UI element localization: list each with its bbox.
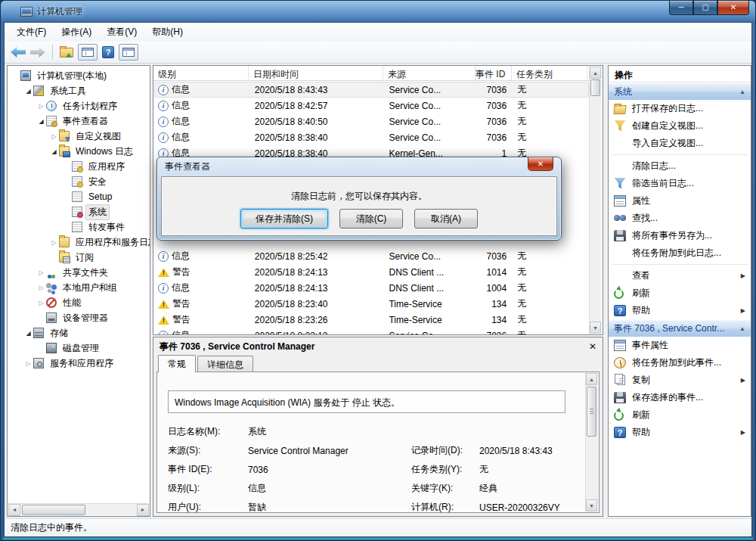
- detail-close-icon[interactable]: ✕: [589, 341, 596, 352]
- column-header[interactable]: 事件 ID: [476, 66, 512, 80]
- tree-item[interactable]: ▷应用程序和服务日志: [8, 235, 150, 250]
- menu-view[interactable]: 查看(V): [99, 23, 144, 41]
- scrollbar-thumb[interactable]: [590, 79, 600, 96]
- action-item[interactable]: 创建自定义视图...: [609, 117, 751, 135]
- scroll-right-icon[interactable]: ►: [137, 504, 149, 516]
- dialog-button[interactable]: 保存并清除(S): [240, 209, 328, 229]
- action-item[interactable]: 查看▶: [609, 267, 751, 284]
- action-pane-toggle-button[interactable]: [119, 44, 138, 61]
- tree-item[interactable]: 系统: [8, 204, 150, 219]
- tree-item[interactable]: ▷任务计划程序: [8, 98, 150, 113]
- expander-open-icon[interactable]: ◢: [36, 118, 46, 125]
- scroll-down-icon[interactable]: ▼: [590, 322, 601, 334]
- scroll-up-icon[interactable]: ▲: [586, 373, 597, 385]
- expander-closed-icon[interactable]: ▷: [23, 360, 33, 367]
- event-row[interactable]: 信息2020/5/18 8:43:43Service Co...7036无: [154, 82, 589, 98]
- action-item[interactable]: 查找...: [609, 210, 751, 227]
- expander-closed-icon[interactable]: ▷: [36, 103, 46, 110]
- event-row[interactable]: 信息2020/5/18 8:23:12Service Co...7036无: [154, 328, 589, 335]
- expander-open-icon[interactable]: ◢: [23, 330, 33, 337]
- event-row[interactable]: 信息2020/5/18 8:40:50Service Co...7036无: [154, 113, 589, 129]
- action-item[interactable]: 刷新: [609, 284, 751, 302]
- tree-item[interactable]: ▷性能: [8, 295, 150, 310]
- tab-general[interactable]: 常规: [158, 355, 196, 372]
- action-item[interactable]: 帮助▶: [609, 302, 751, 319]
- menu-help[interactable]: 帮助(H): [144, 23, 191, 41]
- event-list-scrollbar[interactable]: ▲ ▼: [589, 67, 602, 334]
- export-folder-icon[interactable]: [60, 48, 73, 58]
- action-section-header[interactable]: 系统▲: [609, 83, 751, 100]
- tree-item[interactable]: 磁盘管理: [8, 340, 150, 356]
- action-item[interactable]: 将任务附加到此日志...: [609, 244, 751, 262]
- action-section-header[interactable]: 事件 7036 , Service Contr...▲: [609, 320, 751, 337]
- event-row[interactable]: 信息2020/5/18 8:25:42Service Co...7036无: [154, 248, 589, 264]
- action-item[interactable]: 帮助▶: [609, 424, 751, 441]
- back-icon[interactable]: [11, 47, 26, 58]
- expander-closed-icon[interactable]: ▷: [49, 239, 59, 246]
- expander-closed-icon[interactable]: ▷: [36, 269, 46, 276]
- maximize-button[interactable]: ▢: [693, 1, 717, 15]
- tree-horizontal-scrollbar[interactable]: ◄ ►: [8, 503, 149, 515]
- dialog-button[interactable]: 清除(C): [339, 209, 403, 229]
- scroll-up-icon[interactable]: ▲: [590, 67, 601, 79]
- action-item[interactable]: 保存选择的事件...: [609, 389, 751, 406]
- tree-item[interactable]: ◢系统工具: [8, 83, 150, 98]
- action-item[interactable]: 事件属性: [609, 337, 751, 354]
- expander-closed-icon[interactable]: ▷: [36, 284, 46, 291]
- column-header[interactable]: 任务类别: [512, 66, 587, 80]
- close-button[interactable]: ✕: [717, 1, 749, 15]
- collapse-icon[interactable]: ▲: [739, 325, 745, 332]
- tree-item[interactable]: 计算机管理(本地): [8, 68, 150, 83]
- event-row[interactable]: 信息2020/5/18 8:24:13DNS Client ...1004无: [154, 280, 589, 296]
- event-row[interactable]: 信息2020/5/18 8:42:57Service Co...7036无: [154, 98, 589, 113]
- tree-item[interactable]: 设备管理器: [8, 310, 150, 325]
- event-row[interactable]: 警告2020/5/18 8:24:13DNS Client ...1014无: [154, 264, 589, 280]
- expander-closed-icon[interactable]: ▷: [36, 300, 46, 306]
- tree-item[interactable]: ◢事件查看器: [8, 113, 150, 129]
- dialog-button[interactable]: 取消(A): [414, 209, 478, 229]
- action-item[interactable]: 复制▶: [609, 372, 751, 389]
- column-header[interactable]: 日期和时间: [249, 66, 383, 80]
- action-item[interactable]: 清除日志...: [609, 157, 751, 175]
- forward-icon[interactable]: [30, 47, 45, 58]
- action-item[interactable]: 打开保存的日志...: [609, 100, 751, 117]
- menu-file[interactable]: 文件(F): [9, 23, 54, 41]
- help-icon[interactable]: [102, 46, 114, 58]
- expander-open-icon[interactable]: ◢: [49, 148, 59, 155]
- scroll-left-icon[interactable]: ◄: [8, 504, 20, 516]
- scroll-down-icon[interactable]: ▼: [586, 499, 597, 511]
- tree-item[interactable]: 订阅: [8, 250, 150, 265]
- tree-item[interactable]: ◢Windows 日志: [8, 144, 150, 159]
- action-item[interactable]: 属性: [609, 192, 751, 210]
- expander-open-icon[interactable]: ◢: [23, 88, 33, 95]
- tree-item[interactable]: Setup: [8, 189, 150, 204]
- action-item[interactable]: 刷新: [609, 406, 751, 424]
- action-item[interactable]: 筛选当前日志...: [609, 175, 751, 192]
- collapse-icon[interactable]: ▲: [739, 89, 745, 95]
- tree-item[interactable]: ▷自定义视图: [8, 129, 150, 144]
- action-item[interactable]: 将任务附加到此事件...: [609, 354, 751, 372]
- console-tree-toggle-button[interactable]: [78, 44, 98, 61]
- tree-item[interactable]: ◢存储: [8, 325, 150, 340]
- tree-item[interactable]: 转发事件: [8, 219, 150, 235]
- action-item[interactable]: 将所有事件另存为...: [609, 227, 751, 244]
- expander-closed-icon[interactable]: ▷: [49, 133, 59, 140]
- tree-item[interactable]: ▷本地用户和组: [8, 280, 150, 295]
- event-row[interactable]: 警告2020/5/18 8:23:40Time-Service134无: [154, 296, 589, 312]
- column-header[interactable]: 级别: [153, 66, 249, 80]
- action-item[interactable]: 导入自定义视图...: [609, 135, 751, 152]
- menu-action[interactable]: 操作(A): [54, 23, 99, 41]
- event-row[interactable]: 信息2020/5/18 8:38:40Service Co...7036无: [154, 129, 589, 145]
- tree-item[interactable]: 安全: [8, 174, 150, 189]
- column-header[interactable]: 来源: [383, 66, 476, 80]
- tab-details[interactable]: 详细信息: [197, 356, 253, 372]
- tree-item[interactable]: ▷共享文件夹: [8, 265, 150, 280]
- tree-item[interactable]: 应用程序: [8, 159, 150, 174]
- dialog-close-button[interactable]: ✕: [528, 157, 553, 171]
- minimize-button[interactable]: ─: [669, 1, 693, 15]
- scrollbar-thumb[interactable]: [22, 505, 85, 515]
- event-row[interactable]: 警告2020/5/18 8:23:26Time-Service134无: [154, 312, 589, 328]
- scrollbar-thumb[interactable]: [587, 387, 596, 437]
- detail-scrollbar[interactable]: ▲ ▼: [585, 373, 598, 511]
- tree-item[interactable]: ▷服务和应用程序: [8, 356, 150, 371]
